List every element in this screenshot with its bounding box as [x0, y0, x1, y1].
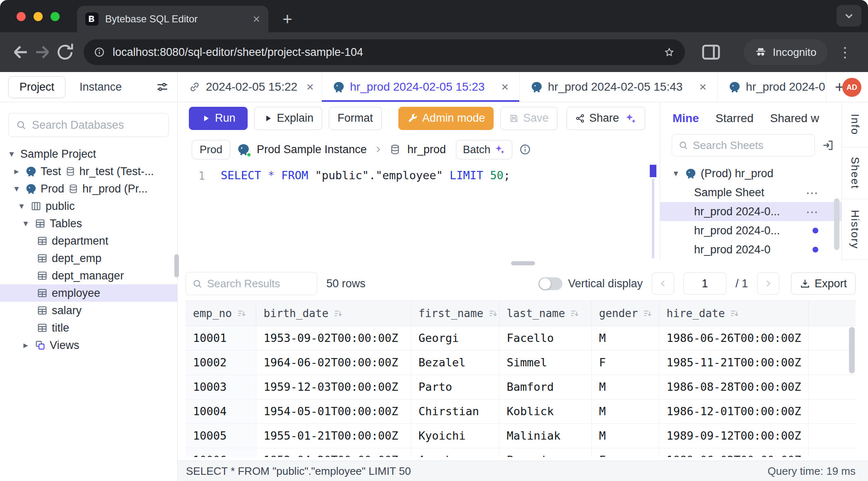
table-row[interactable]: 100011953-09-02T00:00:00ZGeorgiFacelloM1… — [186, 326, 856, 350]
sql-editor[interactable]: 1 SELECT * FROM "public"."employee" LIMI… — [178, 165, 660, 260]
sheet-item-menu-icon[interactable]: ⋯ — [806, 185, 818, 200]
caret-down-icon[interactable]: ▾ — [17, 201, 27, 212]
results-search-input[interactable] — [207, 277, 311, 290]
environment-badge[interactable]: Prod — [192, 140, 230, 159]
tab-starred[interactable]: Starred — [716, 112, 754, 125]
caret-right-icon[interactable]: ▸ — [21, 340, 31, 351]
forward-icon[interactable] — [31, 41, 54, 63]
save-button[interactable]: Save — [500, 107, 557, 130]
table-row[interactable]: 100041954-05-01T00:00:00ZChirstianKoblic… — [186, 399, 856, 423]
sheet-group[interactable]: ▾ (Prod) hr_prod — [660, 164, 841, 183]
avatar[interactable]: AD — [842, 78, 861, 97]
tree-item-test[interactable]: ▸ Test hr_test (Test-... — [0, 163, 177, 180]
results-search[interactable] — [186, 272, 317, 295]
new-tab-button[interactable]: + — [277, 8, 298, 30]
panel-scrollbar[interactable] — [834, 198, 839, 250]
minimize-window-button[interactable] — [34, 12, 43, 21]
run-button[interactable]: Run — [189, 107, 248, 130]
info-icon[interactable] — [519, 143, 531, 156]
tree-item-public[interactable]: ▾ public — [0, 197, 177, 215]
column-header-gender[interactable]: gender — [591, 301, 659, 326]
zoom-window-button[interactable] — [51, 12, 60, 21]
sheet-search[interactable] — [672, 134, 815, 156]
close-tab-icon[interactable]: × — [253, 13, 260, 25]
sheet-item[interactable]: hr_prod 2024-0... — [660, 221, 841, 240]
batch-button[interactable]: Batch — [456, 140, 513, 159]
share-button[interactable]: Share — [567, 107, 645, 130]
tab-project[interactable]: Project — [8, 76, 65, 98]
caret-down-icon[interactable]: ▾ — [7, 149, 17, 159]
tree-item-dept-emp[interactable]: dept_emp — [0, 250, 177, 267]
reload-icon[interactable] — [54, 41, 76, 63]
collapse-panel-icon[interactable] — [822, 139, 834, 152]
column-header-first-name[interactable]: first_name — [411, 301, 499, 326]
sheet-item[interactable]: hr_prod 2024-0 — [660, 240, 841, 259]
column-header-birth-date[interactable]: birth_date — [256, 301, 411, 326]
sheet-tab-4[interactable]: hr_prod 2024-0 — [718, 72, 826, 102]
browser-tab[interactable]: Bytebase SQL Editor × — [77, 6, 268, 32]
column-header-emp-no[interactable]: emp_no — [186, 301, 256, 326]
bookmark-star-icon[interactable] — [663, 46, 675, 58]
tree-item-views[interactable]: ▸ Views — [0, 337, 177, 354]
caret-right-icon[interactable]: ▸ — [12, 166, 22, 177]
table-row[interactable]: 100021964-06-02T00:00:00ZBezalelSimmelF1… — [186, 350, 856, 375]
sheet-item[interactable]: hr_prod 2024-0... ⋯ — [660, 202, 841, 221]
database-search-input[interactable] — [32, 119, 162, 132]
table-scrollbar[interactable] — [849, 327, 855, 373]
caret-down-icon[interactable]: ▾ — [21, 218, 31, 229]
sheet-search-input[interactable] — [693, 139, 809, 152]
sheet-tab-3[interactable]: hr_prod 2024-02-05 15:43 × — [520, 72, 718, 102]
prev-page-button[interactable] — [652, 272, 674, 295]
caret-down-icon[interactable]: ▾ — [12, 183, 22, 194]
sheet-tab-2[interactable]: hr_prod 2024-02-05 15:23 × — [322, 72, 520, 102]
admin-mode-button[interactable]: Admin mode — [398, 107, 494, 130]
export-button[interactable]: Export — [791, 272, 856, 295]
instance-name[interactable]: Prod Sample Instance — [257, 143, 367, 156]
rail-tab-sheet[interactable]: Sheet — [842, 147, 868, 199]
sheet-item[interactable]: Sample Sheet ⋯ — [660, 183, 841, 202]
browser-menu-icon[interactable]: ⋮ — [838, 44, 852, 60]
split-resize-handle[interactable] — [178, 260, 868, 267]
tab-instance[interactable]: Instance — [80, 81, 122, 94]
table-row[interactable]: 100051955-01-21T00:00:00ZKyoichiMaliniak… — [186, 423, 856, 448]
close-window-button[interactable] — [17, 12, 26, 21]
back-icon[interactable] — [9, 41, 31, 63]
sheet-tab-1[interactable]: 2024-02-05 15:22 × — [178, 72, 322, 102]
url-bar[interactable]: localhost:8080/sql-editor/sheet/project-… — [84, 39, 685, 65]
table-row[interactable]: 100061953-04-20T00:00:00ZAnnekePreusigF1… — [186, 448, 856, 457]
site-info-icon[interactable] — [94, 46, 105, 58]
format-button[interactable]: Format — [329, 107, 382, 130]
page-input[interactable] — [683, 272, 726, 295]
tab-mine[interactable]: Mine — [673, 112, 699, 125]
table-row[interactable]: 100031959-12-03T00:00:00ZPartoBamfordM19… — [186, 375, 856, 399]
column-header-hire-date[interactable]: hire_date — [659, 301, 808, 326]
column-header-last-name[interactable]: last_name — [499, 301, 591, 326]
next-page-button[interactable] — [757, 272, 779, 295]
rail-tab-history[interactable]: History — [842, 199, 868, 260]
tree-item-salary[interactable]: salary — [0, 302, 177, 319]
database-name[interactable]: hr_prod — [407, 143, 446, 156]
editor-scrollbar[interactable] — [650, 165, 656, 260]
tree-item-dept-manager[interactable]: dept_manager — [0, 267, 177, 284]
search-icon — [15, 119, 27, 131]
tree-item-sample-project[interactable]: ▾ Sample Project — [0, 145, 177, 163]
tab-shared[interactable]: Shared w — [770, 112, 819, 125]
filter-settings-icon[interactable] — [156, 80, 169, 94]
close-sheet-tab-icon[interactable]: × — [302, 81, 314, 93]
explain-button[interactable]: Explain — [254, 107, 323, 130]
side-panel-icon[interactable] — [700, 41, 722, 63]
sidebar-resize-handle[interactable] — [174, 254, 179, 277]
caret-down-icon[interactable]: ▾ — [671, 168, 681, 179]
database-search[interactable] — [8, 113, 169, 137]
close-sheet-tab-icon[interactable]: × — [497, 81, 509, 93]
vertical-display-toggle[interactable] — [538, 277, 562, 290]
sheet-item-menu-icon[interactable]: ⋯ — [806, 204, 818, 219]
close-sheet-tab-icon[interactable]: × — [695, 81, 706, 93]
tree-item-tables[interactable]: ▾ Tables — [0, 215, 177, 232]
rail-tab-info[interactable]: Info — [842, 102, 868, 147]
tree-item-employee[interactable]: employee — [0, 284, 177, 302]
tree-item-title[interactable]: title — [0, 319, 177, 337]
tree-item-prod[interactable]: ▾ Prod hr_prod (Pr... — [0, 180, 177, 197]
tab-overview-button[interactable] — [837, 5, 861, 26]
tree-item-department[interactable]: department — [0, 232, 177, 250]
